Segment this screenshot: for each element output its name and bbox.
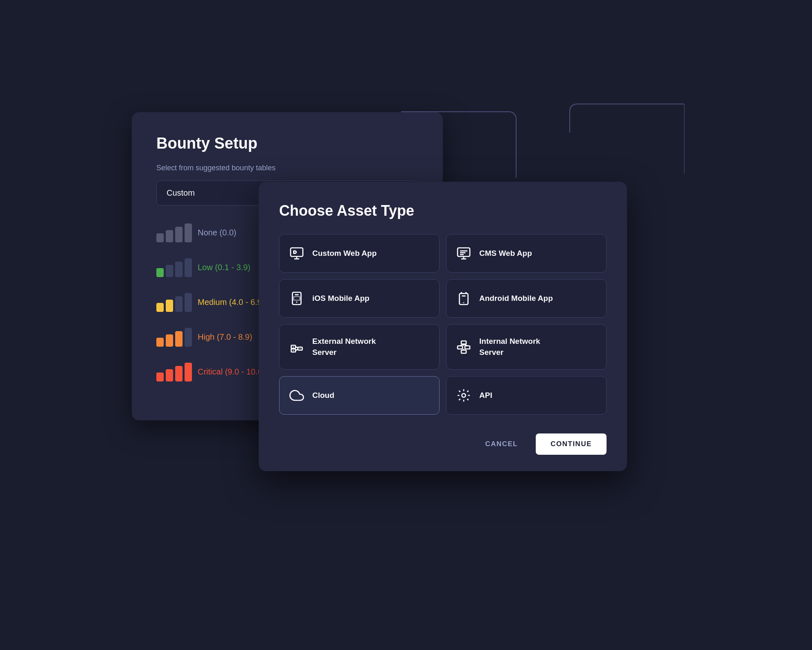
bar-low-4: [185, 258, 192, 277]
asset-grid: Custom Web App CMS Web App: [279, 234, 607, 415]
dropdown-value: Custom: [167, 188, 195, 198]
severity-label-none: None (0.0): [198, 228, 237, 237]
bar-crit-3: [175, 366, 183, 381]
svg-rect-28: [458, 346, 462, 349]
asset-label-cloud: Cloud: [312, 390, 334, 401]
bar-med-4: [185, 293, 192, 312]
network-icon: [289, 340, 304, 354]
svg-point-24: [293, 346, 294, 347]
monitor-settings-icon: [289, 246, 304, 261]
asset-label-android-mobile-app: Android Mobile App: [479, 293, 553, 304]
bar-crit-1: [156, 372, 164, 381]
bar-low-1: [156, 268, 164, 277]
svg-point-35: [462, 394, 466, 397]
asset-item-android-mobile-app[interactable]: Android Mobile App: [446, 279, 607, 318]
server-network-icon: [456, 340, 471, 354]
bar-none-4: [185, 223, 192, 242]
asset-item-custom-web-app[interactable]: Custom Web App: [279, 234, 440, 273]
severity-label-medium: Medium (4.0 - 6.9): [198, 298, 264, 307]
asset-item-external-network-server[interactable]: External NetworkServer: [279, 324, 440, 370]
asset-label-cms-web-app: CMS Web App: [479, 248, 532, 259]
asset-label-internal-network-server: Internal NetworkServer: [479, 336, 540, 358]
bar-med-2: [166, 300, 173, 312]
card-footer: CANCEL CONTINUE: [279, 429, 607, 455]
svg-rect-27: [461, 341, 466, 344]
asset-label-api: API: [479, 390, 492, 401]
asset-label-custom-web-app: Custom Web App: [312, 248, 377, 259]
bar-med-1: [156, 303, 164, 312]
asset-type-card: Choose Asset Type Custom Web App: [259, 182, 627, 471]
asset-item-cloud[interactable]: Cloud: [279, 376, 440, 415]
svg-point-17: [463, 302, 464, 303]
bar-crit-4: [185, 363, 192, 381]
bar-low-2: [166, 265, 173, 277]
bar-none-3: [175, 227, 183, 242]
bar-high-2: [166, 334, 173, 347]
severity-bars-none: [156, 223, 192, 242]
bar-low-3: [175, 262, 183, 277]
svg-point-25: [293, 350, 294, 351]
cms-icon: [456, 246, 471, 261]
svg-rect-29: [465, 346, 470, 349]
cloud-icon: [289, 388, 304, 403]
severity-label-high: High (7.0 - 8.9): [198, 332, 252, 342]
asset-label-ios-mobile-app: iOS Mobile App: [312, 293, 370, 304]
mobile-icon: [289, 291, 304, 306]
severity-label-critical: Critical (9.0 - 10.0): [198, 367, 265, 377]
svg-rect-30: [461, 350, 466, 353]
bar-high-3: [175, 331, 183, 347]
asset-item-internal-network-server[interactable]: Internal NetworkServer: [446, 324, 607, 370]
api-icon: [456, 388, 471, 403]
svg-point-26: [300, 348, 300, 349]
svg-point-11: [296, 302, 298, 303]
bar-none-2: [166, 230, 173, 242]
asset-card-title: Choose Asset Type: [279, 202, 607, 219]
bar-none-1: [156, 233, 164, 242]
bounty-subtitle: Select from suggested bounty tables: [156, 164, 418, 172]
asset-item-cms-web-app[interactable]: CMS Web App: [446, 234, 607, 273]
bar-high-1: [156, 338, 164, 347]
bar-high-4: [185, 328, 192, 347]
severity-label-low: Low (0.1 - 3.9): [198, 263, 250, 272]
android-mobile-icon: [456, 291, 471, 306]
bar-med-3: [175, 296, 183, 312]
continue-button[interactable]: CONTINUE: [536, 433, 607, 455]
asset-item-api[interactable]: API: [446, 376, 607, 415]
bar-crit-2: [166, 369, 173, 381]
severity-bars-high: [156, 328, 192, 347]
severity-bars-low: [156, 258, 192, 277]
asset-item-ios-mobile-app[interactable]: iOS Mobile App: [279, 279, 440, 318]
severity-bars-critical: [156, 363, 192, 381]
asset-label-external-network-server: External NetworkServer: [312, 336, 376, 358]
bounty-title: Bounty Setup: [156, 135, 418, 152]
svg-rect-13: [294, 297, 300, 300]
severity-bars-medium: [156, 293, 192, 312]
cancel-button[interactable]: CANCEL: [475, 434, 528, 454]
